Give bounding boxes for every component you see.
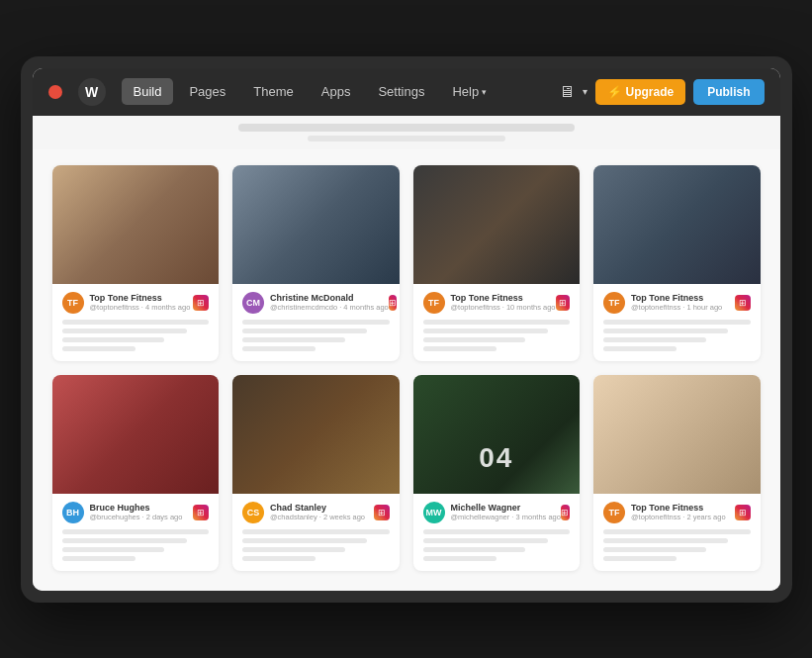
text-lines-7 [423,529,571,561]
card-image-5 [52,375,220,494]
author-name-2: Christine McDonald [270,293,389,303]
card-meta-4: TFTop Tone Fitness@toptonefitnss · 1 hou… [593,284,761,361]
avatar-1: TF [62,292,84,314]
top-bar: W Build Pages Theme Apps Settings Help ▾… [33,68,780,116]
avatar-2: CM [242,292,264,314]
monitor-icon[interactable]: 🖥 [559,83,575,101]
instagram-icon-3[interactable]: ⊞ [556,295,570,311]
instagram-icon-7[interactable]: ⊞ [561,505,570,520]
card-image-4 [593,165,761,284]
card-7[interactable]: 04MWMichelle Wagner@michellewagner · 3 m… [413,375,581,571]
author-handle-8: @toptonefitnss · 2 years ago [631,513,726,521]
nav-help[interactable]: Help ▾ [440,78,498,105]
author-handle-2: @christinemcdmcdo · 4 months ago [270,303,389,312]
instagram-icon-1[interactable]: ⊞ [193,295,209,311]
sub-bar [308,136,505,141]
avatar-3: TF [423,292,445,314]
browser-window: W Build Pages Theme Apps Settings Help ▾… [33,68,780,591]
text-lines-3 [423,320,571,351]
avatar-4: TF [603,292,625,314]
chevron-down-icon: ▾ [482,87,487,97]
publish-button[interactable]: Publish [693,79,764,105]
nav-apps[interactable]: Apps [310,78,363,105]
author-name-4: Top Tone Fitness [631,293,722,303]
card-meta-8: TFTop Tone Fitness@toptonefitnss · 2 yea… [593,494,761,571]
text-lines-2 [242,320,390,351]
card-meta-3: TFTop Tone Fitness@toptonefitnss · 10 mo… [413,284,581,361]
author-handle-4: @toptonefitnss · 1 hour ago [631,303,722,312]
card-image-3 [413,165,581,284]
card-image-2 [232,165,400,284]
card-meta-2: CMChristine McDonald@christinemcdmcdo · … [232,284,400,361]
dropdown-icon[interactable]: ▾ [583,86,587,97]
card-6[interactable]: CSChad Stanley@chadstanley · 2 weeks ago… [232,375,400,571]
nav-theme[interactable]: Theme [241,78,305,105]
main-content: TFTop Tone Fitness@toptonefitnss · 4 mon… [33,149,780,591]
author-name-6: Chad Stanley [270,503,365,513]
instagram-icon-6[interactable]: ⊞ [374,505,390,520]
card-meta-5: BHBruce Hughes@brucehughes · 2 days ago⊞ [52,494,220,571]
text-lines-4 [603,320,751,351]
card-image-7: 04 [413,375,581,494]
upgrade-button[interactable]: ⚡ Upgrade [595,79,685,105]
nav-pages[interactable]: Pages [177,78,237,105]
author-name-1: Top Tone Fitness [90,293,191,303]
text-lines-1 [62,320,210,351]
instagram-icon-2[interactable]: ⊞ [389,295,397,311]
author-handle-6: @chadstanley · 2 weeks ago [270,513,365,521]
card-image-8 [593,375,761,494]
card-2[interactable]: CMChristine McDonald@christinemcdmcdo · … [232,165,400,361]
card-meta-1: TFTop Tone Fitness@toptonefitnss · 4 mon… [52,284,220,361]
author-handle-5: @brucehughes · 2 days ago [90,513,183,521]
nav-settings[interactable]: Settings [366,78,436,105]
card-3[interactable]: TFTop Tone Fitness@toptonefitnss · 10 mo… [413,165,581,361]
instagram-icon-5[interactable]: ⊞ [193,505,209,520]
text-lines-5 [62,529,210,561]
card-grid: TFTop Tone Fitness@toptonefitnss · 4 mon… [52,165,761,571]
address-bar[interactable] [238,124,575,132]
avatar-5: BH [62,502,84,523]
card-8[interactable]: TFTop Tone Fitness@toptonefitnss · 2 yea… [593,375,761,571]
card-image-6 [232,375,400,494]
author-name-8: Top Tone Fitness [631,503,726,513]
close-button[interactable] [48,85,62,99]
card-5[interactable]: BHBruce Hughes@brucehughes · 2 days ago⊞ [52,375,220,571]
instagram-icon-8[interactable]: ⊞ [735,505,751,520]
logo: W [78,78,106,106]
card-1[interactable]: TFTop Tone Fitness@toptonefitnss · 4 mon… [52,165,220,361]
author-handle-3: @toptonefitnss · 10 months ago [451,303,556,312]
avatar-6: CS [242,502,264,523]
author-name-7: Michelle Wagner [451,503,561,513]
card-meta-7: MWMichelle Wagner@michellewagner · 3 mon… [413,494,581,571]
nav-build[interactable]: Build [122,78,174,105]
card-4[interactable]: TFTop Tone Fitness@toptonefitnss · 1 hou… [593,165,761,361]
avatar-7: MW [423,502,445,523]
avatar-8: TF [603,502,625,523]
text-lines-6 [242,529,390,561]
author-handle-7: @michellewagner · 3 months ago [451,513,561,521]
author-name-3: Top Tone Fitness [451,293,556,303]
address-bar-area [33,116,780,149]
device-frame: W Build Pages Theme Apps Settings Help ▾… [21,56,792,603]
instagram-icon-4[interactable]: ⊞ [735,295,751,311]
author-name-5: Bruce Hughes [90,503,183,513]
text-lines-8 [603,529,751,561]
nav-items: Build Pages Theme Apps Settings Help ▾ [122,78,499,105]
card-meta-6: CSChad Stanley@chadstanley · 2 weeks ago… [232,494,400,571]
author-handle-1: @toptonefitnss · 4 months ago [90,303,191,312]
card-image-1 [52,165,220,284]
logo-text: W [85,84,98,100]
